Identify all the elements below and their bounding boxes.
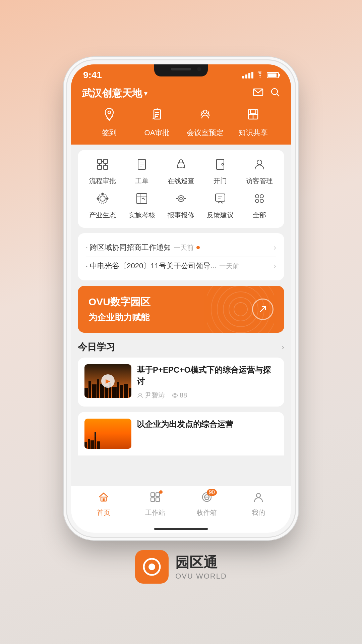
svg-point-26: [100, 196, 105, 201]
brand-footer: 园区通 OVU WORLD: [135, 550, 227, 584]
secondary-menu: 流程审批 工单: [78, 150, 284, 228]
home-indicator: [71, 525, 291, 533]
inbox-header-icon[interactable]: [253, 87, 263, 100]
mine-nav-label: 我的: [252, 508, 265, 517]
svg-rect-58: [117, 382, 119, 398]
signal-bars-icon: [242, 72, 253, 78]
notif-item-2[interactable]: · 中电光谷〔2020〕11号关于公司领导... 一天前 ›: [86, 258, 276, 274]
svg-rect-71: [151, 493, 155, 496]
notif-item-1[interactable]: · 跨区域协同招商工作通知 一天前 ›: [86, 240, 276, 255]
svg-rect-57: [112, 387, 117, 398]
svg-point-6: [203, 110, 207, 113]
learning-more-arrow[interactable]: ›: [282, 342, 284, 352]
svg-point-40: [260, 195, 263, 198]
learning-views-1: 88: [172, 391, 187, 399]
menu-item-evaluation[interactable]: 实施考核: [123, 192, 160, 220]
inspection-label: 在线巡查: [168, 176, 194, 185]
menu-item-visitor[interactable]: 访客管理: [241, 158, 278, 185]
menu-row-1: 流程审批 工单: [83, 158, 279, 185]
svg-rect-13: [98, 165, 102, 169]
learning-section-header: 今日学习 ›: [71, 338, 291, 358]
menu-item-feedback[interactable]: 反馈建议: [202, 192, 239, 220]
home-nav-icon: [98, 491, 110, 506]
notif-text-2: · 中电光谷〔2020〕11号关于公司领导... 一天前: [86, 261, 274, 271]
play-button-1[interactable]: ▶: [101, 374, 115, 388]
ovu-banner[interactable]: OVU数字园区 为企业助力赋能: [78, 286, 284, 333]
nav-item-workstation[interactable]: 工作站: [135, 491, 175, 517]
quick-action-checkin[interactable]: 签到: [89, 107, 129, 138]
ovu-text: OVU数字园区 为企业助力赋能: [88, 295, 150, 323]
svg-rect-14: [104, 165, 108, 169]
menu-row-2: 产业生态 实施考核: [83, 192, 279, 220]
svg-rect-52: [92, 384, 97, 398]
notif-time-2: 一天前: [219, 262, 239, 271]
menu-item-all[interactable]: 全部: [241, 192, 278, 220]
status-time: 9:41: [83, 70, 102, 80]
menu-item-door[interactable]: 开门: [202, 158, 239, 185]
learning-card-1[interactable]: ▶ 基于P+EPC+O模式下的综合运营与探讨 尹碧涛: [78, 358, 284, 407]
all-icon: [253, 192, 266, 208]
svg-point-76: [256, 493, 260, 497]
all-label: 全部: [253, 211, 266, 220]
workflow-label: 流程审批: [89, 176, 116, 185]
menu-item-ecosystem[interactable]: 产业生态: [84, 192, 121, 220]
content-area: 流程审批 工单: [71, 145, 291, 485]
quick-action-meeting[interactable]: 会议室预定: [185, 107, 225, 138]
svg-rect-74: [156, 498, 160, 501]
workorder-label: 工单: [135, 176, 148, 185]
svg-point-29: [107, 198, 108, 200]
learning-section-title: 今日学习: [78, 341, 115, 354]
visitor-label: 访客管理: [246, 176, 273, 185]
brand-name-en: OVU WORLD: [175, 572, 227, 581]
knowledge-icon: [246, 107, 260, 125]
ovu-subtitle: 为企业助力赋能: [88, 312, 150, 323]
mine-nav-icon: [252, 491, 264, 506]
svg-point-44: [229, 298, 252, 321]
location-selector[interactable]: 武汉创意天地 ▾: [82, 87, 147, 100]
svg-rect-51: [88, 381, 91, 398]
svg-rect-65: [88, 439, 90, 449]
header-top: 武汉创意天地 ▾: [82, 87, 280, 100]
phone-shell: 9:41: [67, 60, 295, 537]
meeting-label: 会议室预定: [187, 128, 224, 138]
svg-point-2: [272, 89, 278, 95]
inspection-icon: [175, 158, 187, 174]
svg-rect-36: [216, 194, 225, 201]
search-header-icon[interactable]: [270, 87, 280, 100]
svg-point-0: [260, 77, 261, 78]
learning-info-1: 基于P+EPC+O模式下的综合运营与探讨 尹碧涛: [137, 364, 278, 400]
ovu-arrow-button[interactable]: [252, 299, 274, 320]
nav-item-home[interactable]: 首页: [83, 491, 124, 517]
svg-point-27: [98, 194, 107, 203]
svg-point-62: [139, 393, 141, 396]
brand-text: 园区通 OVU WORLD: [175, 553, 227, 581]
dropdown-arrow-icon: ▾: [144, 90, 147, 97]
svg-point-22: [179, 160, 183, 163]
menu-item-inspection[interactable]: 在线巡查: [163, 158, 199, 185]
evaluation-icon: [135, 192, 148, 208]
workflow-icon: [96, 158, 109, 174]
workorder-icon: [135, 158, 148, 174]
quick-action-knowledge[interactable]: 知识共享: [233, 107, 273, 138]
nav-item-inbox[interactable]: 90 收件箱: [187, 491, 227, 517]
menu-item-repair[interactable]: 报事报修: [163, 192, 199, 220]
svg-line-3: [277, 94, 279, 96]
nav-item-mine[interactable]: 我的: [238, 491, 279, 517]
svg-rect-61: [129, 388, 131, 398]
svg-rect-12: [104, 159, 108, 163]
notif-divider: [86, 257, 276, 257]
door-icon: [214, 158, 227, 174]
quick-action-oa[interactable]: OA审批: [137, 107, 177, 138]
svg-point-43: [234, 303, 247, 316]
svg-point-78: [148, 564, 155, 570]
learning-card-2[interactable]: 以企业为出发点的综合运营: [78, 412, 284, 455]
learning-info-2: 以企业为出发点的综合运营: [137, 419, 278, 449]
learning-thumb-2: [84, 419, 131, 449]
menu-item-workflow[interactable]: 流程审批: [84, 158, 121, 185]
meeting-icon: [198, 107, 213, 125]
workstation-nav-label: 工作站: [145, 508, 165, 517]
menu-item-workorder[interactable]: 工单: [123, 158, 160, 185]
svg-point-41: [255, 199, 259, 203]
checkin-label: 签到: [102, 128, 117, 138]
brand-logo-svg: [140, 555, 164, 579]
